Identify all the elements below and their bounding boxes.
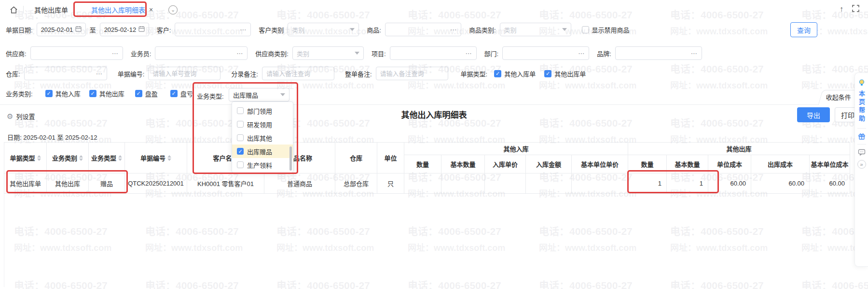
dropdown-scrollbar[interactable]: [289, 146, 292, 171]
ellipsis-icon[interactable]: ⋯: [691, 50, 698, 57]
sort-icon[interactable]: [37, 155, 41, 161]
checkbox-unchecked-icon[interactable]: [237, 161, 244, 168]
ellipsis-icon[interactable]: ⋯: [450, 26, 457, 33]
bill-no-value[interactable]: [152, 70, 216, 77]
scroll-top-icon[interactable]: ↑: [840, 5, 843, 13]
bill-remark-value[interactable]: [380, 70, 444, 77]
biz-category-checkbox-other-out[interactable]: ✓ 其他出库: [89, 89, 124, 98]
collapse-conditions-tab[interactable]: 收起条件: [818, 90, 859, 105]
ellipsis-icon[interactable]: ⋯: [578, 50, 585, 57]
bulb-icon[interactable]: [858, 79, 866, 87]
show-disabled-checkbox-item[interactable]: 显示禁用商品: [582, 25, 630, 34]
dropdown-option-dept[interactable]: 部门领用: [232, 104, 293, 117]
bill-remark-input[interactable]: [376, 67, 448, 80]
date-from-value[interactable]: [41, 26, 73, 33]
dropdown-option-rd[interactable]: 研发领用: [232, 117, 293, 131]
sort-icon[interactable]: [79, 155, 83, 161]
ellipsis-icon[interactable]: ⋯: [466, 50, 472, 57]
date-to-value[interactable]: [104, 26, 137, 33]
calendar-icon[interactable]: [138, 26, 145, 33]
home-icon[interactable]: [8, 4, 19, 15]
col-header-in-price[interactable]: 入库单价: [485, 155, 526, 173]
tab-other-outbound[interactable]: 其他出库单: [29, 2, 73, 17]
ellipsis-icon[interactable]: ⋯: [96, 70, 103, 77]
supplier-input[interactable]: ⋯: [30, 46, 123, 60]
chat-icon[interactable]: [858, 148, 866, 156]
bill-type-checkbox-inbound[interactable]: ✓ 其他入库单: [494, 69, 536, 78]
dropdown-option-out-gift[interactable]: ✓ 出库赠品: [232, 144, 293, 158]
col-header-biz-category[interactable]: 业务类别: [47, 143, 89, 173]
fullscreen-icon[interactable]: [852, 5, 859, 14]
date-to-input[interactable]: [100, 23, 149, 36]
sort-icon[interactable]: [167, 155, 171, 161]
biz-type-select[interactable]: 出库赠品: [229, 88, 289, 101]
col-header-bill-no[interactable]: 单据编号: [125, 143, 187, 173]
show-disabled-checkbox[interactable]: [582, 26, 589, 33]
biz-category-checkbox-other-in[interactable]: ✓ 其他入库: [45, 89, 81, 98]
product-input[interactable]: ⋯: [385, 23, 461, 36]
bill-no-input[interactable]: [148, 67, 220, 80]
ellipsis-icon[interactable]: ⋯: [112, 50, 119, 57]
checkbox-checked-icon[interactable]: ✓: [89, 90, 96, 97]
checkbox-checked-icon[interactable]: ✓: [544, 70, 551, 77]
salesman-value[interactable]: [159, 50, 234, 57]
date-from-input[interactable]: [37, 23, 86, 36]
col-header-bill-type[interactable]: 单据类型: [4, 143, 47, 173]
bill-type-checkbox-outbound[interactable]: ✓ 其他出库单: [544, 69, 586, 78]
checkbox-checked-icon[interactable]: ✓: [170, 90, 178, 97]
collapse-sidebar-icon[interactable]: »: [857, 160, 866, 169]
checkbox-unchecked-icon[interactable]: [237, 107, 244, 114]
dropdown-option-out-other[interactable]: 出库其他: [232, 131, 293, 144]
product-type-select[interactable]: 类别: [500, 23, 571, 36]
query-button[interactable]: 查询: [790, 22, 817, 37]
project-input[interactable]: ⋯: [390, 46, 477, 60]
checkbox-checked-icon[interactable]: ✓: [135, 90, 142, 97]
supplier-type-select[interactable]: 类别: [292, 46, 364, 60]
col-header-unit[interactable]: 单位: [377, 143, 404, 173]
ellipsis-icon[interactable]: ⋯: [240, 26, 247, 33]
sort-icon[interactable]: [118, 155, 122, 161]
col-header-in-base-price[interactable]: 基本单位单价: [572, 155, 628, 173]
checkbox-checked-icon[interactable]: ✓: [237, 148, 244, 155]
warehouse-input[interactable]: ⋯: [24, 67, 107, 80]
product-value[interactable]: [389, 26, 448, 33]
department-input[interactable]: ⋯: [502, 46, 589, 60]
dropdown-option-production[interactable]: 生产领料: [232, 158, 293, 172]
col-header-in-amount[interactable]: 入库金额: [526, 155, 572, 173]
col-header-out-base-qty[interactable]: 基本数量: [667, 155, 708, 173]
col-header-biz-type[interactable]: 业务类型: [89, 143, 125, 173]
project-value[interactable]: [394, 50, 464, 57]
page-help-button[interactable]: 本页帮助: [857, 90, 866, 123]
customer-input[interactable]: ⋯: [175, 23, 251, 36]
col-header-in-qty[interactable]: 数量: [404, 155, 441, 173]
supplier-value[interactable]: [35, 50, 110, 57]
close-icon[interactable]: ×: [149, 6, 153, 14]
biz-category-checkbox-gain[interactable]: ✓ 盘盈: [135, 89, 158, 98]
salesman-input[interactable]: ⋯: [155, 46, 248, 60]
checkbox-checked-icon[interactable]: ✓: [45, 90, 53, 97]
customer-value[interactable]: [179, 26, 238, 33]
tab-detail-report[interactable]: 其他出入库明细表 ×: [86, 2, 158, 17]
warehouse-value[interactable]: [28, 70, 94, 77]
checkbox-checked-icon[interactable]: ✓: [494, 70, 501, 77]
col-header-unit-cost[interactable]: 单位成本: [708, 155, 751, 173]
checkbox-unchecked-icon[interactable]: [237, 134, 244, 141]
col-header-base-unit-cost[interactable]: 基本单位成本: [810, 155, 850, 173]
table-row[interactable]: 其他出库单 其他出库 赠品 QTCK20250212001 KH0001 零售客…: [4, 173, 850, 194]
brand-value[interactable]: [620, 50, 689, 57]
calendar-icon[interactable]: [75, 26, 82, 33]
checkbox-unchecked-icon[interactable]: [237, 121, 244, 128]
customer-type-select[interactable]: 类别: [288, 23, 359, 36]
department-value[interactable]: [507, 50, 576, 57]
col-header-out-qty[interactable]: 数量: [628, 155, 667, 173]
entry-remark-value[interactable]: [266, 70, 330, 77]
ellipsis-icon[interactable]: ⋯: [236, 50, 243, 57]
chevron-down-icon[interactable]: ⌄: [168, 5, 178, 14]
col-header-out-cost[interactable]: 出库成本: [751, 155, 810, 173]
brand-input[interactable]: ⋯: [615, 46, 702, 60]
export-button[interactable]: 导出: [797, 107, 830, 122]
gift-icon[interactable]: [858, 132, 866, 140]
col-header-in-base-qty[interactable]: 基本数量: [441, 155, 485, 173]
entry-remark-input[interactable]: [262, 67, 334, 80]
col-header-warehouse[interactable]: 仓库: [335, 143, 377, 173]
